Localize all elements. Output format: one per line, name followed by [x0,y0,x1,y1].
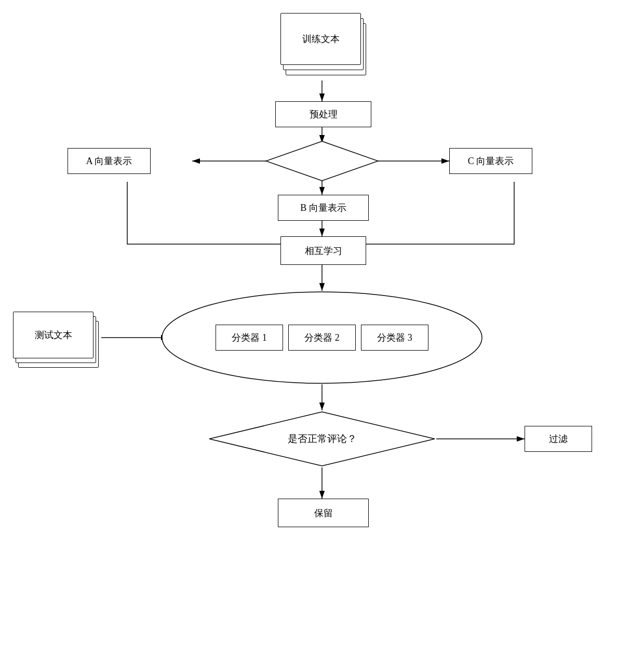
classifier2-box: 分类器 2 [288,325,356,351]
decision-label: 是否正常评论？ [288,432,357,446]
classifier1-label: 分类器 1 [232,331,267,344]
vec-b-label: B 向量表示 [300,202,346,214]
mutual-learn-label: 相互学习 [305,245,342,257]
train-text-stack: 训练文本 [280,13,366,81]
diamond-split [265,140,379,182]
test-text-label: 测试文本 [35,329,72,341]
mutual-learn-box: 相互学习 [280,236,366,265]
filter-label: 过滤 [549,433,568,445]
train-text-label: 训练文本 [302,33,340,45]
classifier3-box: 分类器 3 [361,325,428,351]
vec-c-box: C 向量表示 [449,148,532,174]
test-text-stack: 测试文本 [13,312,101,371]
decision-diamond: 是否正常评论？ [208,410,436,467]
keep-label: 保留 [314,507,333,519]
classifier3-label: 分类器 3 [377,331,412,344]
classifier2-label: 分类器 2 [304,331,340,344]
flowchart: 训练文本 预处理 A 向量表示 B 向量表示 C 向量表示 相互学习 测试文本 [0,0,644,670]
svg-marker-12 [266,141,378,181]
keep-box: 保留 [278,499,369,527]
vec-b-box: B 向量表示 [278,195,369,221]
classifiers-container: 分类器 1 分类器 2 分类器 3 [216,325,428,351]
classifiers-ellipse: 分类器 1 分类器 2 分类器 3 [161,291,483,384]
filter-box: 过滤 [525,426,592,452]
vec-c-label: C 向量表示 [468,155,514,167]
preprocess-box: 预处理 [275,101,371,127]
classifier1-box: 分类器 1 [216,325,283,351]
vec-a-label: A 向量表示 [86,155,132,167]
vec-a-box: A 向量表示 [68,148,151,174]
preprocess-label: 预处理 [310,108,338,120]
